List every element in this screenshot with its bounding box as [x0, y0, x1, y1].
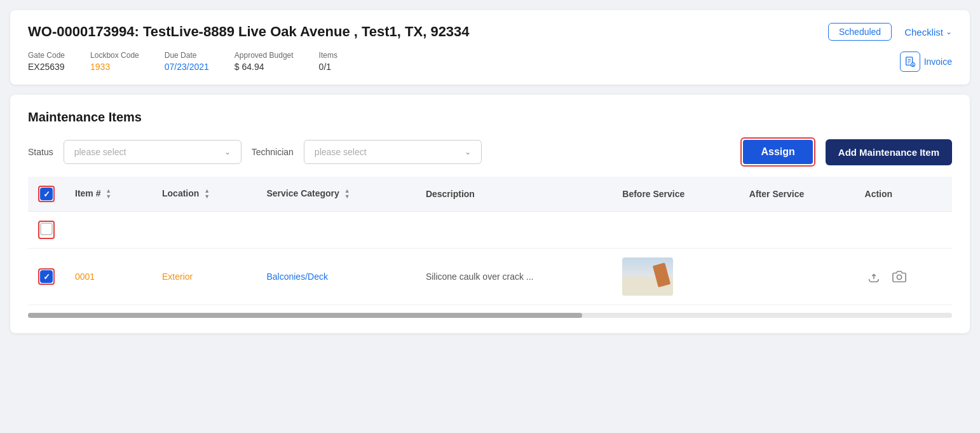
assign-button[interactable]: Assign — [743, 140, 812, 164]
chevron-down-icon: ⌄ — [946, 27, 952, 36]
add-maintenance-button[interactable]: Add Maintenance Item — [826, 139, 952, 165]
item-num-sort-icon: ▲▼ — [105, 188, 111, 200]
scrollbar-thumb[interactable] — [28, 313, 582, 318]
item-num-header[interactable]: Item # ▲▼ — [65, 177, 152, 212]
checkbox-header: ✓ — [28, 177, 65, 212]
row-checkbox-wrapper: ✓ — [38, 268, 55, 285]
description-cell: Silicone caulk over crack ... — [416, 249, 612, 305]
status-label: Status — [28, 147, 53, 157]
items-value: 0/1 — [319, 62, 337, 72]
invoice-icon: $ — [900, 52, 920, 72]
after-service-cell — [739, 249, 855, 305]
after-service-header: After Service — [739, 177, 855, 212]
table-header-row: ✓ Item # ▲▼ Location ▲▼ Service Category — [28, 177, 952, 212]
service-category-sort-icon: ▲▼ — [344, 188, 350, 200]
empty-row-checkbox-cell — [28, 212, 65, 249]
empty-row-checkbox[interactable] — [40, 223, 53, 235]
maintenance-table: ✓ Item # ▲▼ Location ▲▼ Service Category — [28, 177, 952, 305]
location-header[interactable]: Location ▲▼ — [152, 177, 256, 212]
due-date-value: 07/23/2021 — [165, 62, 209, 72]
approved-budget-value: $ 64.94 — [235, 62, 294, 72]
description-header: Description — [416, 177, 612, 212]
approved-budget-item: Approved Budget $ 64.94 — [235, 51, 294, 72]
camera-icon[interactable] — [890, 268, 908, 285]
items-label: Items — [319, 51, 337, 60]
item-num-cell: 0001 — [65, 249, 152, 305]
select-all-checkbox[interactable]: ✓ — [40, 188, 53, 200]
table-row: ✓ 0001 Exterior Balconies/Deck Silic — [28, 249, 952, 305]
upload-icon[interactable] — [865, 268, 883, 285]
status-dropdown[interactable]: please select ⌄ — [64, 140, 242, 164]
due-date-item: Due Date 07/23/2021 — [165, 51, 209, 72]
lockbox-code-item: Lockbox Code 1933 — [90, 51, 139, 72]
technician-chevron-icon: ⌄ — [465, 148, 471, 156]
gate-code-value: EX25639 — [28, 62, 65, 72]
due-date-label: Due Date — [165, 51, 209, 60]
action-header: Action — [855, 177, 952, 212]
items-item: Items 0/1 — [319, 51, 337, 72]
technician-placeholder: please select — [315, 147, 367, 157]
location-cell: Exterior — [152, 249, 256, 305]
invoice-link[interactable]: $ Invoice — [900, 52, 952, 72]
location-sort-icon: ▲▼ — [204, 188, 210, 200]
invoice-label: Invoice — [924, 57, 952, 67]
technician-dropdown[interactable]: please select ⌄ — [304, 140, 482, 164]
approved-budget-label: Approved Budget — [235, 51, 294, 60]
lockbox-code-label: Lockbox Code — [90, 51, 139, 60]
before-service-header: Before Service — [612, 177, 739, 212]
header-right: Scheduled Checklist ⌄ — [828, 23, 952, 41]
lockbox-code-value: 1933 — [90, 62, 139, 72]
service-category-header[interactable]: Service Category ▲▼ — [256, 177, 415, 212]
row-checkbox-highlight — [38, 221, 55, 239]
scrollbar-track[interactable] — [28, 313, 952, 318]
svg-text:$: $ — [912, 63, 914, 67]
action-icons — [865, 268, 942, 285]
header-card: WO-0000173994: TestLive-8889 Live Oak Av… — [10, 10, 970, 85]
header-meta: Gate Code EX25639 Lockbox Code 1933 Due … — [28, 51, 952, 72]
work-order-title: WO-0000173994: TestLive-8889 Live Oak Av… — [28, 24, 470, 40]
svg-point-7 — [897, 275, 901, 279]
header-top: WO-0000173994: TestLive-8889 Live Oak Av… — [28, 23, 952, 41]
gate-code-label: Gate Code — [28, 51, 65, 60]
checklist-button[interactable]: Checklist ⌄ — [904, 27, 952, 38]
technician-label: Technician — [252, 147, 294, 157]
before-service-cell — [612, 249, 739, 305]
checkbox-header-highlight: ✓ — [38, 186, 55, 202]
category-cell: Balconies/Deck — [256, 249, 415, 305]
status-badge[interactable]: Scheduled — [828, 23, 892, 41]
assign-button-wrapper: Assign — [740, 137, 815, 167]
table-row-empty — [28, 212, 952, 249]
gate-code-item: Gate Code EX25639 — [28, 51, 65, 72]
status-placeholder: please select — [74, 147, 126, 157]
main-card: Maintenance Items Status please select ⌄… — [10, 95, 970, 333]
filters-row: Status please select ⌄ Technician please… — [28, 137, 952, 167]
maintenance-table-wrapper: ✓ Item # ▲▼ Location ▲▼ Service Category — [28, 177, 952, 305]
row-checkbox[interactable]: ✓ — [40, 270, 53, 283]
status-chevron-icon: ⌄ — [224, 148, 231, 156]
row-checkbox-cell: ✓ — [28, 249, 65, 305]
section-title: Maintenance Items — [28, 110, 952, 125]
before-service-image — [622, 258, 673, 296]
action-cell — [855, 249, 952, 305]
